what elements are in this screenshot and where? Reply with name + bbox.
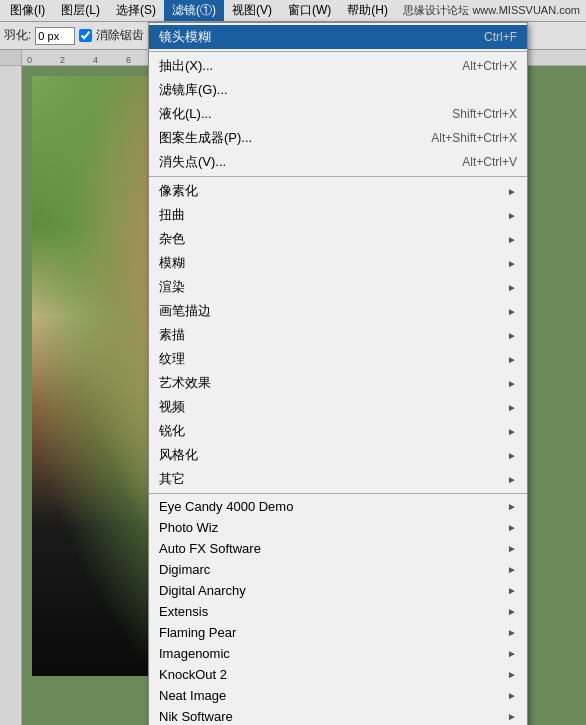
- menu-item-eyecandy[interactable]: Eye Candy 4000 Demo ►: [149, 496, 527, 517]
- sharpen-label: 锐化: [159, 422, 507, 440]
- lens-blur-label: 镜头模糊: [159, 28, 464, 46]
- photowiz-label: Photo Wiz: [159, 520, 507, 535]
- menu-item-pattern[interactable]: 图案生成器(P)... Alt+Shift+Ctrl+X: [149, 126, 527, 150]
- menu-item-sharpen[interactable]: 锐化 ►: [149, 419, 527, 443]
- menu-item-pixelate[interactable]: 像素化 ►: [149, 179, 527, 203]
- menu-item-digimarc[interactable]: Digimarc ►: [149, 559, 527, 580]
- menu-select[interactable]: 选择(S): [108, 0, 164, 21]
- noise-arrow: ►: [507, 234, 517, 245]
- menu-bar: 图像(I) 图层(L) 选择(S) 滤镜(①) 视图(V) 窗口(W) 帮助(H…: [0, 0, 586, 22]
- extensis-label: Extensis: [159, 604, 507, 619]
- distort-label: 扭曲: [159, 206, 507, 224]
- artistic-arrow: ►: [507, 378, 517, 389]
- antialias-label: 消除锯齿: [96, 27, 144, 44]
- menu-item-render[interactable]: 渲染 ►: [149, 275, 527, 299]
- menu-item-neatimage[interactable]: Neat Image ►: [149, 685, 527, 706]
- menu-item-distort[interactable]: 扭曲 ►: [149, 203, 527, 227]
- antialias-checkbox[interactable]: [79, 29, 92, 42]
- menu-filter[interactable]: 滤镜(①): [164, 0, 224, 21]
- vanishing-shortcut: Alt+Ctrl+V: [462, 155, 517, 169]
- menu-item-flamingpear[interactable]: Flaming Pear ►: [149, 622, 527, 643]
- menu-image[interactable]: 图像(I): [2, 0, 53, 21]
- pattern-shortcut: Alt+Shift+Ctrl+X: [431, 131, 517, 145]
- menu-item-autofx[interactable]: Auto FX Software ►: [149, 538, 527, 559]
- neatimage-arrow: ►: [507, 690, 517, 701]
- liquify-label: 液化(L)...: [159, 105, 432, 123]
- knockout-label: KnockOut 2: [159, 667, 507, 682]
- menu-item-liquify[interactable]: 液化(L)... Shift+Ctrl+X: [149, 102, 527, 126]
- eyecandy-label: Eye Candy 4000 Demo: [159, 499, 507, 514]
- menu-item-video[interactable]: 视频 ►: [149, 395, 527, 419]
- feather-label: 羽化:: [4, 27, 31, 44]
- eyecandy-arrow: ►: [507, 501, 517, 512]
- pixelate-label: 像素化: [159, 182, 507, 200]
- menu-item-niksoftware[interactable]: Nik Software ►: [149, 706, 527, 725]
- extract-shortcut: Alt+Ctrl+X: [462, 59, 517, 73]
- digitalanarchy-label: Digital Anarchy: [159, 583, 507, 598]
- stylize-label: 风格化: [159, 446, 507, 464]
- pattern-label: 图案生成器(P)...: [159, 129, 411, 147]
- brushstroke-arrow: ►: [507, 306, 517, 317]
- menu-item-sketch[interactable]: 素描 ►: [149, 323, 527, 347]
- video-arrow: ►: [507, 402, 517, 413]
- render-arrow: ►: [507, 282, 517, 293]
- menu-item-artistic[interactable]: 艺术效果 ►: [149, 371, 527, 395]
- menu-item-gallery[interactable]: 滤镜库(G)...: [149, 78, 527, 102]
- menu-item-digitalanarchy[interactable]: Digital Anarchy ►: [149, 580, 527, 601]
- extensis-arrow: ►: [507, 606, 517, 617]
- menu-item-imagenomic[interactable]: Imagenomic ►: [149, 643, 527, 664]
- texture-label: 纹理: [159, 350, 507, 368]
- menu-item-blur[interactable]: 模糊 ►: [149, 251, 527, 275]
- tick-0: 0: [27, 55, 32, 65]
- pixelate-arrow: ►: [507, 186, 517, 197]
- flamingpear-label: Flaming Pear: [159, 625, 507, 640]
- menu-item-extract[interactable]: 抽出(X)... Alt+Ctrl+X: [149, 54, 527, 78]
- menu-item-texture[interactable]: 纹理 ►: [149, 347, 527, 371]
- feather-input[interactable]: [35, 27, 75, 45]
- menu-item-stylize[interactable]: 风格化 ►: [149, 443, 527, 467]
- blur-arrow: ►: [507, 258, 517, 269]
- plugins-section: Eye Candy 4000 Demo ► Photo Wiz ► Auto F…: [149, 494, 527, 725]
- tick-6: 6: [126, 55, 131, 65]
- digitalanarchy-arrow: ►: [507, 585, 517, 596]
- menu-item-extensis[interactable]: Extensis ►: [149, 601, 527, 622]
- menu-item-other[interactable]: 其它 ►: [149, 467, 527, 491]
- flamingpear-arrow: ►: [507, 627, 517, 638]
- imagenomic-label: Imagenomic: [159, 646, 507, 661]
- filter-mid-section: 像素化 ► 扭曲 ► 杂色 ► 模糊 ► 渲染 ► 画笔描边 ►: [149, 177, 527, 494]
- niksoftware-label: Nik Software: [159, 709, 507, 724]
- texture-arrow: ►: [507, 354, 517, 365]
- menu-item-knockout[interactable]: KnockOut 2 ►: [149, 664, 527, 685]
- imagenomic-arrow: ►: [507, 648, 517, 659]
- artistic-label: 艺术效果: [159, 374, 507, 392]
- noise-label: 杂色: [159, 230, 507, 248]
- sharpen-arrow: ►: [507, 426, 517, 437]
- menu-item-noise[interactable]: 杂色 ►: [149, 227, 527, 251]
- menu-layer[interactable]: 图层(L): [53, 0, 108, 21]
- digimarc-label: Digimarc: [159, 562, 507, 577]
- filter-extract-section: 抽出(X)... Alt+Ctrl+X 滤镜库(G)... 液化(L)... S…: [149, 52, 527, 177]
- menu-item-photowiz[interactable]: Photo Wiz ►: [149, 517, 527, 538]
- filter-top-section: 镜头模糊 Ctrl+F: [149, 23, 527, 52]
- lens-blur-shortcut: Ctrl+F: [484, 30, 517, 44]
- menu-item-vanishing[interactable]: 消失点(V)... Alt+Ctrl+V: [149, 150, 527, 174]
- menu-window[interactable]: 窗口(W): [280, 0, 339, 21]
- niksoftware-arrow: ►: [507, 711, 517, 722]
- other-arrow: ►: [507, 474, 517, 485]
- tick-2: 2: [60, 55, 65, 65]
- liquify-shortcut: Shift+Ctrl+X: [452, 107, 517, 121]
- photowiz-arrow: ►: [507, 522, 517, 533]
- blur-label: 模糊: [159, 254, 507, 272]
- autofx-arrow: ►: [507, 543, 517, 554]
- sketch-arrow: ►: [507, 330, 517, 341]
- menu-item-brushstroke[interactable]: 画笔描边 ►: [149, 299, 527, 323]
- sketch-label: 素描: [159, 326, 507, 344]
- brushstroke-label: 画笔描边: [159, 302, 507, 320]
- menu-item-lens-blur[interactable]: 镜头模糊 Ctrl+F: [149, 25, 527, 49]
- vanishing-label: 消失点(V)...: [159, 153, 442, 171]
- menu-view[interactable]: 视图(V): [224, 0, 280, 21]
- menu-help[interactable]: 帮助(H): [339, 0, 396, 21]
- ruler-corner: [0, 50, 22, 66]
- knockout-arrow: ►: [507, 669, 517, 680]
- gallery-label: 滤镜库(G)...: [159, 81, 517, 99]
